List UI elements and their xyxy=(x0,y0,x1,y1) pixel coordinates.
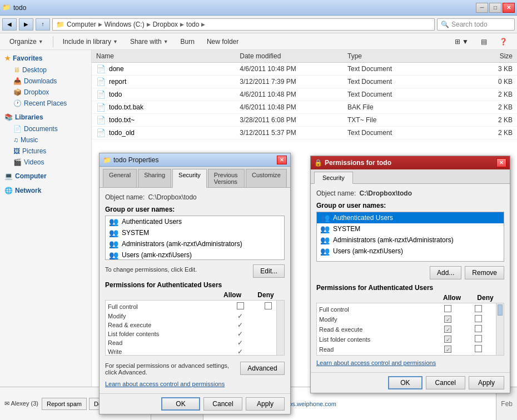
perm-user-item[interactable]: 👥 Administrators (amk-nzxt\Administrator… xyxy=(317,234,504,246)
videos-icon: 🎬 xyxy=(13,158,22,166)
file-doc-icon: 📄 xyxy=(96,103,106,112)
pictures-icon: 🖼 xyxy=(13,147,20,155)
table-row[interactable]: 📄 todo.txt.bak 4/6/2011 10:48 PM BAK Fil… xyxy=(92,101,517,114)
window-controls: ─ □ ✕ xyxy=(476,3,515,13)
object-name-row: Object name: C:\Dropbox\todo xyxy=(105,193,285,201)
address-path[interactable]: 📁 Computer ▶ Windows (C:) ▶ Dropbox ▶ to… xyxy=(52,18,435,31)
preview-pane-button[interactable]: ▤ xyxy=(476,35,492,48)
name-column-header[interactable]: Name xyxy=(96,52,240,60)
computer-header[interactable]: 💻 Computer xyxy=(0,170,91,182)
share-with-button[interactable]: Share with ▼ xyxy=(125,35,173,48)
table-row[interactable]: 📄 done 4/6/2011 10:48 PM Text Document 3… xyxy=(92,63,517,76)
forward-button[interactable]: ▶ xyxy=(19,18,33,31)
tab-security[interactable]: Security xyxy=(172,169,207,188)
perm-user-item[interactable]: 👥 SYSTEM xyxy=(317,223,504,234)
tab-customize[interactable]: Customize xyxy=(246,169,287,187)
perm-ok-button[interactable]: OK xyxy=(388,376,422,389)
perm-users-list[interactable]: 👥 Authenticated Users 👥 SYSTEM 👥 Adminis… xyxy=(316,212,504,262)
report-spam-button[interactable]: Report spam xyxy=(42,398,87,410)
perm-scrollbar[interactable] xyxy=(496,303,504,355)
perm-dialog-title: Permissions for todo xyxy=(325,159,494,167)
perm-apply-button[interactable]: Apply xyxy=(469,376,504,389)
learn-link[interactable]: Learn about access control and permissio… xyxy=(105,381,225,387)
sidebar-item-recent[interactable]: 🕐 Recent Places xyxy=(0,98,91,109)
tab-general[interactable]: General xyxy=(103,169,137,187)
user-icon: 👥 xyxy=(109,239,118,248)
organize-button[interactable]: Organize ▼ xyxy=(4,35,48,48)
file-doc-icon: 📄 xyxy=(96,64,106,73)
recent-icon: 🕐 xyxy=(13,99,22,107)
cancel-button[interactable]: Cancel xyxy=(203,397,242,411)
close-button[interactable]: ✕ xyxy=(503,3,515,13)
sidebar-item-downloads[interactable]: 📥 Downloads xyxy=(0,76,91,87)
remove-button[interactable]: Remove xyxy=(465,266,504,279)
table-row[interactable]: 📄 todo_old 3/12/2011 5:37 PM Text Docume… xyxy=(92,127,517,139)
sidebar-item-documents[interactable]: 📄 Documents xyxy=(0,123,91,134)
file-doc-icon: 📄 xyxy=(96,128,106,137)
tab-sharing[interactable]: Sharing xyxy=(138,169,171,187)
size-column-header[interactable]: Size xyxy=(455,52,513,60)
up-button[interactable]: ↑ xyxy=(36,18,50,31)
view-options-button[interactable]: ⊞ ▼ xyxy=(450,35,474,48)
sidebar-item-music[interactable]: ♫ Music xyxy=(0,134,91,146)
table-row[interactable]: 📄 todo.txt~ 3/28/2011 6:08 PM TXT~ File … xyxy=(92,114,517,127)
todo-properties-title: todo Properties xyxy=(113,156,275,164)
todo-properties-footer: OK Cancel Apply xyxy=(100,393,290,414)
perm-dialog-close[interactable]: ✕ xyxy=(496,158,506,167)
network-icon: 🌐 xyxy=(4,187,13,194)
scrollbar-thumb[interactable] xyxy=(498,304,503,316)
date-column-header[interactable]: Date modified xyxy=(240,52,347,60)
user-item[interactable]: 👥 Administrators (amk-nzxt\Administrator… xyxy=(106,238,284,249)
include-library-button[interactable]: Include in library ▼ xyxy=(58,35,123,48)
permissions-scrollbar[interactable] xyxy=(276,301,284,355)
help-button[interactable]: ❓ xyxy=(494,35,513,48)
computer-icon: 💻 xyxy=(4,172,13,180)
sidebar-item-desktop[interactable]: 🖥 Desktop xyxy=(0,64,91,76)
perm-user-item[interactable]: 👥 Users (amk-nzxt\Users) xyxy=(317,246,504,257)
sidebar-item-dropbox[interactable]: 📦 Dropbox xyxy=(0,87,91,98)
search-box[interactable]: 🔍 Search todo xyxy=(437,18,515,31)
perm-user-item[interactable]: 👥 Authenticated Users xyxy=(317,212,504,223)
special-perms-text: For special permissions or advanced sett… xyxy=(105,362,240,376)
sidebar-item-pictures[interactable]: 🖼 Pictures xyxy=(0,146,91,157)
favorites-header[interactable]: ★ Favorites xyxy=(0,52,91,64)
todo-properties-titlebar: 📁 todo Properties ✕ xyxy=(100,153,290,167)
add-button[interactable]: Add... xyxy=(430,266,461,279)
new-folder-button[interactable]: New folder xyxy=(202,35,243,48)
documents-icon: 📄 xyxy=(13,125,22,133)
perm-user-icon: 👥 xyxy=(320,213,330,222)
table-row[interactable]: 📄 report 3/12/2011 7:39 PM Text Document… xyxy=(92,76,517,88)
libraries-header[interactable]: 📚 Libraries xyxy=(0,111,91,123)
favorites-icon: ★ xyxy=(4,54,11,62)
todo-properties-close[interactable]: ✕ xyxy=(277,156,287,164)
perm-tab-security[interactable]: Security xyxy=(314,172,353,184)
todo-properties-dialog: 📁 todo Properties ✕ General Sharing Secu… xyxy=(99,153,291,414)
user-item[interactable]: 👥 Authenticated Users xyxy=(106,216,284,227)
toolbar: Organize ▼ Include in library ▼ Share wi… xyxy=(0,33,517,50)
libraries-section: 📚 Libraries 📄 Documents ♫ Music 🖼 Pictur… xyxy=(0,111,91,168)
edit-button[interactable]: Edit... xyxy=(253,264,285,278)
ok-button[interactable]: OK xyxy=(161,397,200,411)
burn-button[interactable]: Burn xyxy=(176,35,200,48)
sidebar-item-videos[interactable]: 🎬 Videos xyxy=(0,157,91,168)
maximize-button[interactable]: □ xyxy=(489,3,501,13)
tab-previous-versions[interactable]: Previous Versions xyxy=(208,169,245,187)
desktop-icon: 🖥 xyxy=(13,66,20,74)
user-item[interactable]: 👥 Users (amk-nzxt\Users) xyxy=(106,249,284,260)
users-list[interactable]: 👥 Authenticated Users 👥 SYSTEM 👥 Adminis… xyxy=(105,216,285,260)
perm-cancel-button[interactable]: Cancel xyxy=(426,376,465,389)
table-row[interactable]: 📄 todo 4/6/2011 10:48 PM Text Document 2… xyxy=(92,88,517,101)
advanced-button[interactable]: Advanced xyxy=(240,362,285,375)
perm-learn-link[interactable]: Learn about access control and permissio… xyxy=(316,359,436,366)
todo-properties-body: Object name: C:\Dropbox\todo Group or us… xyxy=(100,188,290,393)
perm-grid-container: Full control Modify ✓ Read & execute ✓ xyxy=(316,303,504,356)
permissions-for-todo-dialog: 🔒 Permissions for todo ✕ Security Object… xyxy=(310,156,510,393)
network-header[interactable]: 🌐 Network xyxy=(0,184,91,197)
user-item[interactable]: 👥 SYSTEM xyxy=(106,227,284,238)
perm-section-label: Permissions for Authenticated Users xyxy=(316,284,504,292)
back-button[interactable]: ◀ xyxy=(2,18,17,31)
apply-button[interactable]: Apply xyxy=(246,397,285,411)
minimize-button[interactable]: ─ xyxy=(476,3,488,13)
type-column-header[interactable]: Type xyxy=(347,52,455,60)
file-list-header: Name Date modified Type Size xyxy=(92,50,517,63)
